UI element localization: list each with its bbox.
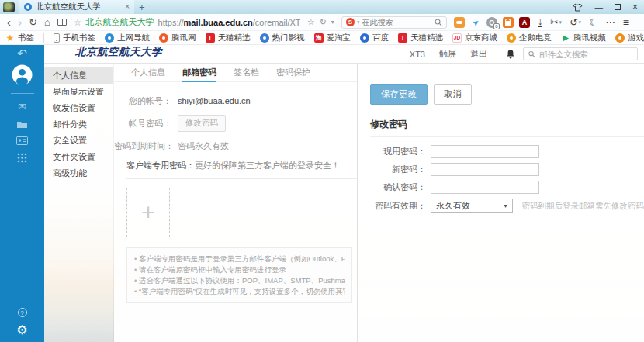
search-icon[interactable]	[435, 19, 442, 26]
validity-hint: 密码到期后登录邮箱需先修改密码	[522, 201, 644, 212]
refresh-icon[interactable]: ↻	[29, 17, 37, 27]
menu-item-personal-info[interactable]: 个人信息	[44, 67, 113, 84]
tab-password-protect[interactable]: 密码保护	[276, 64, 310, 82]
penguin-esports-icon	[507, 33, 516, 43]
help-icon[interactable]: ?	[18, 308, 27, 317]
bookmark-item[interactable]: 淘爱淘宝	[314, 33, 351, 43]
menu-item-display[interactable]: 界面显示设置	[44, 84, 113, 100]
rail-bottom: ? ⚙	[16, 308, 27, 342]
bookmark-item[interactable]: 上网导航	[105, 33, 150, 43]
compat-refresh-icon[interactable]: ↻	[320, 17, 327, 27]
maximize-button[interactable]	[615, 4, 621, 10]
bookmark-item[interactable]: T天猫精选	[398, 33, 443, 43]
download-icon[interactable]: ↓	[538, 18, 542, 27]
validity-select[interactable]: 永久有效 ▾	[431, 199, 513, 213]
bird-extension-icon[interactable]: ➤	[468, 15, 483, 30]
search-engine-caret-icon[interactable]: ▾	[357, 19, 360, 26]
validity-label: 密码有效期：	[370, 200, 426, 212]
forward-icon[interactable]: ›	[18, 16, 22, 28]
bookmark-item[interactable]: JD京东商城	[452, 33, 497, 43]
current-password-label: 现用密码：	[370, 146, 426, 157]
screenshot-tool[interactable]: ✂▾	[550, 16, 562, 28]
theme-skin-icon[interactable]	[573, 3, 583, 12]
undo-caret-icon: ▾	[579, 19, 582, 26]
bookmark-item[interactable]: ▶腾讯视频	[561, 33, 606, 43]
search-engine-icon[interactable]: S	[346, 18, 355, 26]
mail-search-input[interactable]	[539, 50, 632, 59]
reading-mode-icon[interactable]	[57, 19, 67, 26]
tab-signature[interactable]: 签名档	[234, 64, 259, 82]
night-mode-icon[interactable]: ☾	[589, 16, 597, 28]
qq-extension-icon[interactable]: Q0	[486, 17, 497, 28]
browser-tab[interactable]: 北京航空航天大学 ×	[19, 0, 134, 14]
confirm-password-input[interactable]	[431, 181, 539, 194]
home-icon[interactable]: ⌂	[44, 17, 50, 27]
url-text[interactable]: https://mail.buaa.edu.cn/coremail/XT5/in…	[158, 18, 300, 27]
tab-mailbox-password[interactable]: 邮箱密码	[182, 64, 216, 82]
menu-icon[interactable]: ≡	[623, 16, 629, 29]
account-value: shiyi@buaa.edu.cn	[178, 96, 251, 105]
adobe-pdf-extension-icon[interactable]: A	[519, 17, 530, 28]
bookmark-item[interactable]: 企鹅电竞	[507, 33, 552, 43]
minimize-button[interactable]: —	[594, 2, 603, 12]
back-icon[interactable]: ‹	[7, 16, 11, 28]
site-star-icon[interactable]: ☆	[74, 17, 82, 28]
undo-tool[interactable]: ↺▾	[570, 16, 581, 28]
bookmark-label: 爱淘宝	[327, 33, 351, 43]
address-actions: ☆ ↻ ▾	[307, 17, 334, 27]
mail-header-right: XT3 触屏 退出	[403, 47, 638, 60]
header-link-touch[interactable]: 触屏	[439, 48, 456, 60]
mail-search-box[interactable]	[523, 47, 638, 60]
add-client-password-button[interactable]: +	[126, 188, 170, 237]
bookmark-item[interactable]: T天猫精选	[206, 33, 251, 43]
header-link-xt3[interactable]: XT3	[410, 50, 425, 59]
settings-gear-icon[interactable]: ⚙	[16, 324, 27, 337]
browser-profile-avatar[interactable]	[3, 2, 15, 12]
bookmarks-root[interactable]: ★书签	[5, 33, 34, 43]
folder-icon[interactable]	[16, 119, 28, 129]
header-link-logout[interactable]: 退出	[470, 48, 487, 60]
close-window-button[interactable]: ×	[632, 2, 638, 12]
mail-envelope-icon[interactable]: ✉	[18, 102, 26, 112]
browser-search-input[interactable]	[362, 18, 431, 26]
bookmark-item[interactable]: 手机书签	[54, 33, 95, 43]
change-password-button[interactable]: 修改密码	[178, 115, 226, 132]
menu-item-send-receive[interactable]: 收发信设置	[44, 100, 113, 116]
client-password-desc: 更好的保障第三方客户端的登录安全！	[195, 161, 340, 170]
mail-app: ↶ ✉ ? ⚙ 北京航空航天大学 ·······················…	[0, 45, 644, 342]
play-icon: ▶	[561, 33, 570, 43]
cancel-button[interactable]: 取消	[434, 84, 472, 105]
menu-item-security[interactable]: 安全设置	[44, 133, 113, 149]
new-tab-button[interactable]: +	[139, 2, 145, 12]
confirm-password-row: 确认密码：	[370, 181, 644, 194]
new-password-input[interactable]	[431, 163, 539, 176]
account-label: 您的帐号：	[114, 95, 171, 107]
save-changes-button[interactable]: 保存更改	[370, 84, 428, 105]
mail-back-icon[interactable]: ↶	[17, 47, 27, 59]
bookmark-item[interactable]: 百度	[360, 33, 389, 43]
menu-item-folders[interactable]: 文件夹设置	[44, 149, 113, 165]
bookmark-item[interactable]: 腾讯网	[159, 33, 196, 43]
bookmark-item[interactable]: 热门影视	[260, 33, 305, 43]
game-center-extension-icon[interactable]	[454, 17, 465, 28]
user-avatar[interactable]	[12, 64, 33, 85]
browser-search-box[interactable]: S ▾	[341, 16, 447, 29]
apps-grid-icon[interactable]	[17, 153, 27, 163]
tab-personal-info[interactable]: 个人信息	[131, 64, 165, 82]
notification-bell-icon[interactable]	[506, 49, 515, 59]
address-bar[interactable]: ☆ 北京航空航天大学 https://mail.buaa.edu.cn/core…	[74, 16, 300, 28]
menu-item-mail-sorting[interactable]: 邮件分类	[44, 116, 113, 133]
favorite-page-icon[interactable]: ☆	[307, 17, 315, 27]
more-icon[interactable]: ⋯	[605, 16, 615, 28]
tab-close-icon[interactable]: ×	[125, 3, 130, 11]
contacts-card-icon[interactable]	[16, 136, 28, 145]
shopping-extension-icon[interactable]	[503, 17, 514, 28]
client-password-heading: 客户端专用密码：更好的保障第三方客户端的登录安全！	[126, 160, 357, 171]
bookmark-item[interactable]: 游戏中心	[615, 33, 644, 43]
menu-item-advanced[interactable]: 高级功能	[44, 165, 113, 181]
tab-title: 北京航空航天大学	[36, 2, 121, 12]
address-dropdown-icon[interactable]: ▾	[331, 19, 334, 26]
settings-tabs: 个人信息 邮箱密码 签名档 密码保护	[114, 64, 357, 82]
current-password-input[interactable]	[431, 145, 539, 158]
baidu-paw-icon	[360, 33, 369, 43]
